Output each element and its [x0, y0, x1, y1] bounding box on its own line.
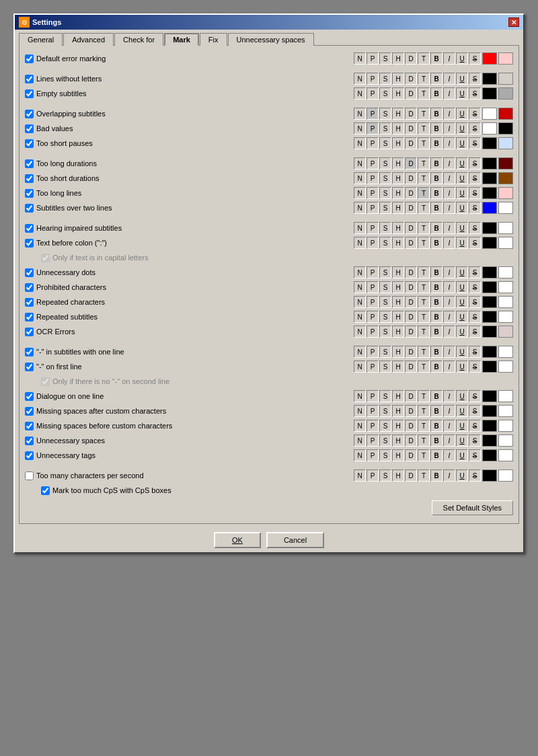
checkbox-unnecessary-dots[interactable] [25, 268, 34, 277]
btn-s2[interactable]: S [469, 122, 481, 135]
btn-t[interactable]: T [418, 346, 430, 358]
btn-t[interactable]: T [418, 52, 430, 65]
btn-h[interactable]: H [392, 346, 404, 358]
btn-n[interactable]: N [354, 137, 366, 149]
btn-t[interactable]: T [418, 326, 430, 338]
btn-i[interactable]: I [443, 296, 455, 308]
btn-h[interactable]: H [392, 222, 404, 234]
btn-s[interactable]: S [379, 390, 391, 402]
btn-b[interactable]: B [430, 469, 443, 482]
color2-default-error[interactable] [498, 52, 513, 65]
btn-d[interactable]: D [405, 326, 417, 338]
btn-s[interactable]: S [379, 122, 391, 135]
btn-i[interactable]: I [443, 281, 455, 293]
btn-u[interactable]: U [456, 137, 468, 149]
btn-b[interactable]: B [430, 237, 443, 249]
btn-u[interactable]: U [456, 281, 468, 293]
btn-b[interactable]: B [430, 405, 443, 417]
btn-s2[interactable]: S [469, 157, 481, 169]
btn-s[interactable]: S [379, 157, 391, 169]
color1-dash-first[interactable] [482, 361, 497, 373]
btn-p[interactable]: P [367, 281, 379, 293]
btn-s2[interactable]: S [469, 281, 481, 293]
color2-dash-first[interactable] [498, 361, 513, 373]
color2-dots[interactable] [498, 266, 513, 278]
btn-t[interactable]: T [418, 296, 430, 308]
color1-dialogue[interactable] [482, 390, 497, 402]
btn-h[interactable]: H [392, 172, 404, 184]
checkbox-too-many-cps[interactable] [25, 471, 34, 480]
set-default-button[interactable]: Set Default Styles [432, 500, 513, 515]
btn-s[interactable]: S [379, 52, 391, 65]
color2-missing-after[interactable] [498, 405, 513, 417]
color2-short-pauses[interactable] [498, 137, 513, 149]
checkbox-subtitles-over-two-lines[interactable] [25, 204, 34, 213]
btn-u[interactable]: U [456, 187, 468, 199]
btn-i[interactable]: I [443, 420, 455, 432]
btn-p[interactable]: P [367, 122, 379, 135]
tab-mark[interactable]: Mark [164, 33, 199, 46]
btn-n[interactable]: N [354, 222, 366, 234]
btn-i[interactable]: I [443, 346, 455, 358]
color1-two-lines[interactable] [482, 202, 497, 214]
btn-p[interactable]: P [367, 469, 379, 482]
color1-rep-subs[interactable] [482, 311, 497, 323]
btn-h[interactable]: H [392, 157, 404, 169]
btn-u[interactable]: U [456, 202, 468, 214]
btn-s[interactable]: S [379, 434, 391, 447]
btn-n[interactable]: N [354, 296, 366, 308]
btn-u[interactable]: U [456, 361, 468, 373]
btn-t[interactable]: T [418, 361, 430, 373]
color2-unn-spaces[interactable] [498, 434, 513, 447]
btn-d[interactable]: D [405, 187, 417, 199]
btn-u[interactable]: U [456, 326, 468, 338]
color2-short-dur[interactable] [498, 172, 513, 184]
btn-u[interactable]: U [456, 122, 468, 135]
btn-d[interactable]: D [405, 222, 417, 234]
btn-d[interactable]: D [405, 296, 417, 308]
btn-s2[interactable]: S [469, 172, 481, 184]
btn-n[interactable]: N [354, 187, 366, 199]
btn-t[interactable]: T [418, 266, 430, 278]
btn-n[interactable]: N [354, 390, 366, 402]
btn-h[interactable]: H [392, 390, 404, 402]
btn-h[interactable]: H [392, 73, 404, 85]
ok-button[interactable]: OK [214, 532, 261, 548]
btn-t[interactable]: T [418, 137, 430, 149]
btn-i[interactable]: I [443, 469, 455, 482]
btn-d[interactable]: D [405, 237, 417, 249]
color2-dialogue[interactable] [498, 390, 513, 402]
color2-empty[interactable] [498, 87, 513, 100]
color2-overlapping[interactable] [498, 108, 513, 120]
btn-b[interactable]: B [430, 266, 443, 278]
color2-lines[interactable] [498, 73, 513, 85]
btn-b[interactable]: B [430, 222, 443, 234]
btn-t[interactable]: T [418, 172, 430, 184]
btn-d[interactable]: D [405, 281, 417, 293]
btn-s2[interactable]: S [469, 405, 481, 417]
tab-fix[interactable]: Fix [200, 33, 227, 46]
btn-s[interactable]: S [379, 405, 391, 417]
checkbox-too-long-lines[interactable] [25, 189, 34, 198]
btn-u[interactable]: U [456, 108, 468, 120]
btn-b[interactable]: B [430, 87, 443, 100]
color1-bad-values[interactable] [482, 122, 497, 135]
btn-p[interactable]: P [367, 346, 379, 358]
btn-n[interactable]: N [354, 266, 366, 278]
btn-n[interactable]: N [354, 122, 366, 135]
btn-i[interactable]: I [443, 222, 455, 234]
btn-t[interactable]: T [418, 108, 430, 120]
btn-d[interactable]: D [405, 157, 417, 169]
btn-d[interactable]: D [405, 202, 417, 214]
btn-s2[interactable]: S [469, 326, 481, 338]
btn-n[interactable]: N [354, 361, 366, 373]
btn-s2[interactable]: S [469, 73, 481, 85]
btn-u[interactable]: U [456, 346, 468, 358]
btn-h[interactable]: H [392, 469, 404, 482]
btn-s2[interactable]: S [469, 266, 481, 278]
btn-t[interactable]: T [418, 222, 430, 234]
checkbox-default-error[interactable] [25, 54, 34, 63]
btn-p[interactable]: P [367, 73, 379, 85]
btn-s[interactable]: S [379, 326, 391, 338]
btn-p[interactable]: P [367, 420, 379, 432]
